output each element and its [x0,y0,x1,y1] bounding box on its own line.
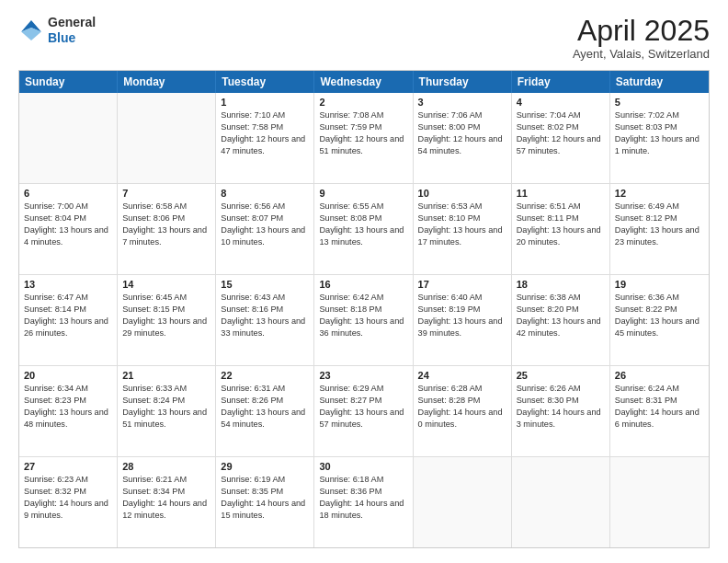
sunrise-text: Sunrise: 6:40 AM [418,292,506,304]
daylight-text: Daylight: 13 hours and 20 minutes. [517,224,605,248]
day-number: 3 [418,97,506,108]
day-cell-15: 15Sunrise: 6:43 AMSunset: 8:16 PMDayligh… [216,275,314,365]
day-number: 13 [24,279,112,290]
sunrise-text: Sunrise: 7:02 AM [615,109,704,121]
day-number: 5 [615,97,704,108]
day-number: 20 [24,370,112,381]
sunset-text: Sunset: 7:59 PM [319,121,407,133]
sunrise-text: Sunrise: 6:21 AM [122,474,210,486]
day-cell-14: 14Sunrise: 6:45 AMSunset: 8:15 PMDayligh… [118,275,216,365]
day-cell-6: 6Sunrise: 7:00 AMSunset: 8:04 PMDaylight… [19,184,118,274]
daylight-text: Daylight: 13 hours and 4 minutes. [24,224,112,248]
sunrise-text: Sunrise: 6:42 AM [319,292,407,304]
sunrise-text: Sunrise: 6:19 AM [221,474,309,486]
sunset-text: Sunset: 8:26 PM [221,395,309,407]
sunset-text: Sunset: 8:28 PM [418,395,506,407]
month-title: April 2025 [573,15,710,47]
day-cell-5: 5Sunrise: 7:02 AMSunset: 8:03 PMDaylight… [610,93,709,183]
empty-cell [610,457,709,547]
week-row-3: 20Sunrise: 6:34 AMSunset: 8:23 PMDayligh… [19,366,709,457]
day-number: 24 [418,370,506,381]
daylight-text: Daylight: 14 hours and 3 minutes. [517,407,605,431]
sunset-text: Sunset: 8:12 PM [615,213,704,224]
daylight-text: Daylight: 13 hours and 42 minutes. [517,316,605,339]
daylight-text: Daylight: 13 hours and 29 minutes. [122,316,210,339]
sunrise-text: Sunrise: 7:10 AM [221,109,309,121]
day-number: 7 [122,188,210,199]
sunset-text: Sunset: 8:02 PM [517,121,605,133]
day-cell-10: 10Sunrise: 6:53 AMSunset: 8:10 PMDayligh… [414,184,512,274]
header-day-monday: Monday [118,71,216,93]
day-cell-3: 3Sunrise: 7:06 AMSunset: 8:00 PMDaylight… [414,93,512,183]
day-number: 22 [221,370,309,381]
sunset-text: Sunset: 8:22 PM [615,304,704,316]
day-cell-8: 8Sunrise: 6:56 AMSunset: 8:07 PMDaylight… [216,184,314,274]
day-number: 1 [221,97,309,108]
day-number: 26 [615,370,704,381]
sunrise-text: Sunrise: 7:06 AM [418,109,506,121]
day-cell-13: 13Sunrise: 6:47 AMSunset: 8:14 PMDayligh… [19,275,118,365]
empty-cell [19,93,118,183]
header-day-thursday: Thursday [414,71,512,93]
logo-text: General Blue [48,15,96,46]
header-day-saturday: Saturday [610,71,709,93]
daylight-text: Daylight: 13 hours and 39 minutes. [418,316,506,339]
week-row-2: 13Sunrise: 6:47 AMSunset: 8:14 PMDayligh… [19,275,709,366]
daylight-text: Daylight: 13 hours and 7 minutes. [122,224,210,248]
sunset-text: Sunset: 8:07 PM [221,213,309,224]
day-number: 16 [319,279,407,290]
sunset-text: Sunset: 8:36 PM [319,486,407,498]
daylight-text: Daylight: 13 hours and 23 minutes. [615,224,704,248]
sunrise-text: Sunrise: 6:43 AM [221,292,309,304]
daylight-text: Daylight: 12 hours and 47 minutes. [221,133,309,157]
sunrise-text: Sunrise: 6:53 AM [418,201,506,213]
day-number: 29 [221,461,309,472]
day-number: 9 [319,188,407,199]
daylight-text: Daylight: 14 hours and 0 minutes. [418,407,506,431]
day-cell-18: 18Sunrise: 6:38 AMSunset: 8:20 PMDayligh… [512,275,610,365]
day-cell-1: 1Sunrise: 7:10 AMSunset: 7:58 PMDaylight… [216,93,314,183]
daylight-text: Daylight: 13 hours and 1 minute. [615,133,704,157]
day-cell-22: 22Sunrise: 6:31 AMSunset: 8:26 PMDayligh… [216,366,314,456]
daylight-text: Daylight: 13 hours and 51 minutes. [122,407,210,431]
sunset-text: Sunset: 8:30 PM [517,395,605,407]
sunrise-text: Sunrise: 6:56 AM [221,201,309,213]
day-cell-24: 24Sunrise: 6:28 AMSunset: 8:28 PMDayligh… [414,366,512,456]
day-cell-2: 2Sunrise: 7:08 AMSunset: 7:59 PMDaylight… [314,93,413,183]
day-cell-30: 30Sunrise: 6:18 AMSunset: 8:36 PMDayligh… [314,457,413,547]
sunrise-text: Sunrise: 6:47 AM [24,292,112,304]
day-number: 10 [418,188,506,199]
day-cell-25: 25Sunrise: 6:26 AMSunset: 8:30 PMDayligh… [512,366,610,456]
sunset-text: Sunset: 8:23 PM [24,395,112,407]
day-cell-19: 19Sunrise: 6:36 AMSunset: 8:22 PMDayligh… [610,275,709,365]
sunrise-text: Sunrise: 6:49 AM [615,201,704,213]
sunset-text: Sunset: 8:32 PM [24,486,112,498]
day-cell-9: 9Sunrise: 6:55 AMSunset: 8:08 PMDaylight… [314,184,413,274]
sunset-text: Sunset: 8:14 PM [24,304,112,316]
header-day-tuesday: Tuesday [216,71,314,93]
logo-icon [18,17,44,43]
sunset-text: Sunset: 8:06 PM [122,213,210,224]
day-number: 8 [221,188,309,199]
daylight-text: Daylight: 13 hours and 36 minutes. [319,316,407,339]
daylight-text: Daylight: 13 hours and 57 minutes. [319,407,407,431]
sunrise-text: Sunrise: 6:55 AM [319,201,407,213]
header-day-sunday: Sunday [19,71,118,93]
day-cell-16: 16Sunrise: 6:42 AMSunset: 8:18 PMDayligh… [314,275,413,365]
sunrise-text: Sunrise: 7:04 AM [517,109,605,121]
day-number: 18 [517,279,605,290]
day-number: 23 [319,370,407,381]
sunrise-text: Sunrise: 6:34 AM [24,383,112,395]
daylight-text: Daylight: 13 hours and 45 minutes. [615,316,704,339]
sunset-text: Sunset: 8:35 PM [221,486,309,498]
day-number: 11 [517,188,605,199]
calendar-header: SundayMondayTuesdayWednesdayThursdayFrid… [19,71,709,93]
day-number: 14 [122,279,210,290]
daylight-text: Daylight: 14 hours and 15 minutes. [221,498,309,522]
sunset-text: Sunset: 8:11 PM [517,213,605,224]
day-cell-28: 28Sunrise: 6:21 AMSunset: 8:34 PMDayligh… [118,457,216,547]
daylight-text: Daylight: 13 hours and 17 minutes. [418,224,506,248]
day-cell-11: 11Sunrise: 6:51 AMSunset: 8:11 PMDayligh… [512,184,610,274]
day-cell-26: 26Sunrise: 6:24 AMSunset: 8:31 PMDayligh… [610,366,709,456]
daylight-text: Daylight: 12 hours and 51 minutes. [319,133,407,157]
